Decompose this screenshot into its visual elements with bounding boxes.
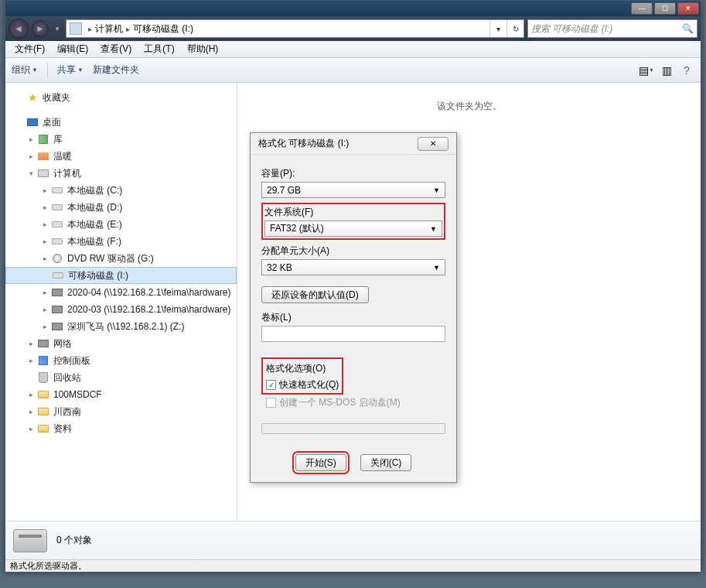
sidebar-folder-100msdcf[interactable]: ▸100MSDCF xyxy=(5,386,237,403)
msdos-checkbox xyxy=(266,398,276,408)
sidebar-folder-ziliao[interactable]: ▸资料 xyxy=(5,420,237,437)
volume-input[interactable] xyxy=(261,326,445,342)
drive-large-icon xyxy=(13,529,47,552)
help-button[interactable]: ? xyxy=(679,63,694,78)
dialog-close-button[interactable]: ✕ xyxy=(418,137,448,151)
view-mode-button[interactable]: ▤▼ xyxy=(639,63,654,78)
explorer-window: — ☐ ✕ ◄ ► ▼ ▸ 计算机 ▸ 可移动磁盘 (I:) ▾ ↻ 搜索 可移… xyxy=(5,0,701,573)
filesystem-select[interactable]: FAT32 (默认)▼ xyxy=(264,220,442,237)
chevron-right-icon[interactable]: ▸ xyxy=(85,25,95,33)
menu-edit[interactable]: 编辑(E) xyxy=(51,43,94,56)
sidebar-drive-e[interactable]: ▸本地磁盘 (E:) xyxy=(5,216,237,233)
drive-icon xyxy=(70,22,82,35)
organize-button[interactable]: 组织▼ xyxy=(12,63,38,77)
new-folder-button[interactable]: 新建文件夹 xyxy=(93,63,139,77)
capacity-label: 容量(P): xyxy=(261,167,445,180)
toolbar: 组织▼ 共享▼ 新建文件夹 ▤▼ ▥ ? xyxy=(5,58,701,83)
address-dropdown[interactable]: ▾ xyxy=(489,20,506,37)
minimize-button[interactable]: — xyxy=(631,2,653,15)
search-placeholder: 搜索 可移动磁盘 (I:) xyxy=(531,22,612,36)
sidebar-recycle-bin[interactable]: 回收站 xyxy=(5,369,237,386)
breadcrumb-computer[interactable]: 计算机 xyxy=(95,22,123,36)
sidebar-net-z[interactable]: ▸深圳飞马 (\\192.168.2.1) (Z:) xyxy=(5,318,237,335)
sidebar-net-2020-03[interactable]: ▸2020-03 (\\192.168.2.1\feima\hardware) xyxy=(5,301,237,318)
sidebar-computer[interactable]: ▾计算机 xyxy=(5,165,237,182)
sidebar-drive-c[interactable]: ▸本地磁盘 (C:) xyxy=(5,182,237,199)
titlebar: — ☐ ✕ xyxy=(5,1,701,16)
quick-format-label: 快速格式化(Q) xyxy=(279,378,339,391)
search-icon[interactable]: 🔍 xyxy=(682,23,694,34)
sidebar-folder-chuanxinan[interactable]: ▸川西南 xyxy=(5,403,237,420)
forward-button[interactable]: ► xyxy=(32,20,49,37)
quick-format-checkbox[interactable]: ✓ xyxy=(266,380,276,390)
dialog-titlebar[interactable]: 格式化 可移动磁盘 (I:) ✕ xyxy=(251,133,456,155)
format-progress xyxy=(261,423,445,434)
start-button[interactable]: 开始(S) xyxy=(295,454,346,471)
navbar: ◄ ► ▼ ▸ 计算机 ▸ 可移动磁盘 (I:) ▾ ↻ 搜索 可移动磁盘 (I… xyxy=(5,16,701,41)
close-button[interactable]: ✕ xyxy=(677,2,699,15)
details-pane: 0 个对象 xyxy=(5,521,701,559)
sidebar-drive-f[interactable]: ▸本地磁盘 (F:) xyxy=(5,233,237,250)
sidebar-warm[interactable]: ▸温暖 xyxy=(5,148,237,165)
desktop-group[interactable]: 桌面 xyxy=(5,114,237,131)
search-input[interactable]: 搜索 可移动磁盘 (I:) 🔍 xyxy=(527,19,697,38)
navigation-pane: ★收藏夹 桌面 ▸库 ▸温暖 ▾计算机 ▸本地磁盘 (C:) ▸本地磁盘 (D:… xyxy=(5,83,237,521)
volume-label: 卷标(L) xyxy=(261,311,445,324)
allocation-label: 分配单元大小(A) xyxy=(261,244,445,258)
status-text: 格式化所选驱动器。 xyxy=(10,560,87,572)
restore-defaults-button[interactable]: 还原设备的默认值(D) xyxy=(261,286,369,303)
sidebar-drive-d[interactable]: ▸本地磁盘 (D:) xyxy=(5,199,237,216)
status-bar: 格式化所选驱动器。 xyxy=(5,559,701,572)
msdos-label: 创建一个 MS-DOS 启动盘(M) xyxy=(279,396,401,409)
sidebar-libraries[interactable]: ▸库 xyxy=(5,131,237,148)
menu-file[interactable]: 文件(F) xyxy=(9,43,51,56)
menu-view[interactable]: 查看(V) xyxy=(94,43,138,56)
breadcrumb-drive[interactable]: 可移动磁盘 (I:) xyxy=(133,22,193,36)
capacity-select[interactable]: 29.7 GB▼ xyxy=(261,182,445,198)
address-bar[interactable]: ▸ 计算机 ▸ 可移动磁盘 (I:) ▾ ↻ xyxy=(66,19,524,38)
menu-help[interactable]: 帮助(H) xyxy=(181,43,225,56)
back-button[interactable]: ◄ xyxy=(9,19,29,39)
menu-tools[interactable]: 工具(T) xyxy=(138,43,180,56)
format-options-label: 格式化选项(O) xyxy=(266,362,339,375)
sidebar-net-2020-04[interactable]: ▸2020-04 (\\192.168.2.1\feima\hardware) xyxy=(5,284,237,301)
sidebar-network[interactable]: ▸网络 xyxy=(5,335,237,352)
share-button[interactable]: 共享▼ xyxy=(57,63,84,77)
close-dialog-button[interactable]: 关闭(C) xyxy=(360,454,412,471)
filesystem-label: 文件系统(F) xyxy=(264,206,442,219)
allocation-select[interactable]: 32 KB▼ xyxy=(261,259,445,275)
object-count: 0 个对象 xyxy=(56,534,92,547)
maximize-button[interactable]: ☐ xyxy=(654,2,676,15)
menubar: 文件(F) 编辑(E) 查看(V) 工具(T) 帮助(H) xyxy=(5,41,701,58)
preview-pane-button[interactable]: ▥ xyxy=(659,63,674,78)
chevron-right-icon[interactable]: ▸ xyxy=(123,25,133,33)
dialog-title: 格式化 可移动磁盘 (I:) xyxy=(258,137,349,150)
favorites-group[interactable]: ★收藏夹 xyxy=(5,89,237,106)
sidebar-drive-g[interactable]: ▸DVD RW 驱动器 (G:) xyxy=(5,250,237,267)
separator xyxy=(47,63,48,77)
sidebar-control-panel[interactable]: ▸控制面板 xyxy=(5,352,237,369)
format-dialog: 格式化 可移动磁盘 (I:) ✕ 容量(P): 29.7 GB▼ 文件系统(F)… xyxy=(250,132,457,483)
sidebar-drive-i[interactable]: 可移动磁盘 (I:) xyxy=(5,267,237,284)
empty-folder-message: 该文件夹为空。 xyxy=(237,100,701,113)
history-dropdown[interactable]: ▼ xyxy=(52,19,63,38)
refresh-button[interactable]: ↻ xyxy=(506,20,524,37)
